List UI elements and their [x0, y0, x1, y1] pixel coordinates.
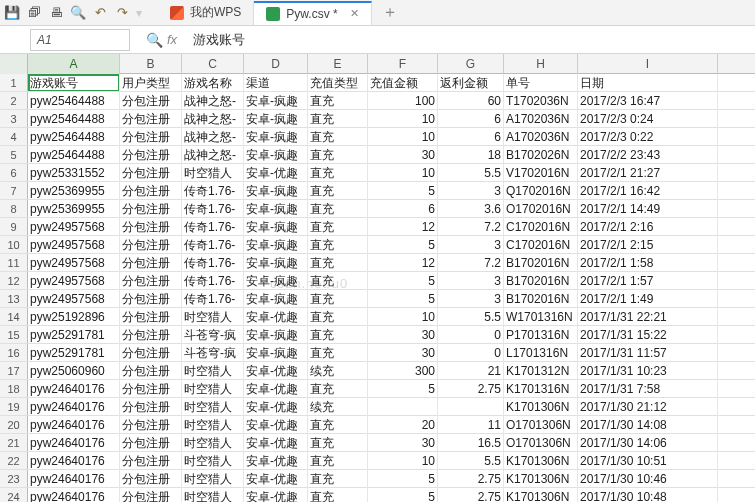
- row-header[interactable]: 10: [0, 236, 28, 253]
- select-all-corner[interactable]: [0, 54, 28, 74]
- cell[interactable]: C1702016N: [504, 236, 578, 254]
- cell[interactable]: 传奇1.76-: [182, 218, 244, 236]
- table-row[interactable]: 15pyw25291781分包注册斗苍穹-疯安卓-疯趣直充300P1701316…: [0, 326, 755, 344]
- cell[interactable]: 分包注册: [120, 182, 182, 200]
- cell[interactable]: 20: [368, 416, 438, 434]
- cell[interactable]: 安卓-优趣: [244, 308, 308, 326]
- table-row[interactable]: 2pyw25464488分包注册战神之怒-安卓-疯趣直充10060T170203…: [0, 92, 755, 110]
- cell[interactable]: pyw24957568: [28, 236, 120, 254]
- row-header[interactable]: 19: [0, 398, 28, 415]
- cell[interactable]: 直充: [308, 254, 368, 272]
- cell[interactable]: 分包注册: [120, 344, 182, 362]
- table-row[interactable]: 23pyw24640176分包注册时空猎人安卓-优趣直充52.75K170130…: [0, 470, 755, 488]
- cell[interactable]: 充值类型: [308, 74, 368, 92]
- cell[interactable]: 2017/1/30 10:51: [578, 452, 718, 470]
- cell[interactable]: 安卓-疯趣: [244, 236, 308, 254]
- table-row[interactable]: 18pyw24640176分包注册时空猎人安卓-优趣直充52.75K170131…: [0, 380, 755, 398]
- cell[interactable]: pyw25464488: [28, 128, 120, 146]
- cell[interactable]: 直充: [308, 290, 368, 308]
- cell[interactable]: 2017/1/31 22:21: [578, 308, 718, 326]
- row-header[interactable]: 12: [0, 272, 28, 289]
- cell[interactable]: 安卓-疯趣: [244, 128, 308, 146]
- cell[interactable]: 直充: [308, 182, 368, 200]
- cell[interactable]: 分包注册: [120, 434, 182, 452]
- cell[interactable]: 2017/2/1 2:15: [578, 236, 718, 254]
- cell[interactable]: B1702026N: [504, 146, 578, 164]
- cell[interactable]: 10: [368, 110, 438, 128]
- cell[interactable]: 分包注册: [120, 200, 182, 218]
- cell[interactable]: 传奇1.76-: [182, 200, 244, 218]
- cell[interactable]: 安卓-优趣: [244, 416, 308, 434]
- table-row[interactable]: 8pyw25369955分包注册传奇1.76-安卓-疯趣直充63.6O17020…: [0, 200, 755, 218]
- col-header-F[interactable]: F: [368, 54, 438, 74]
- cell[interactable]: 7.2: [438, 254, 504, 272]
- cell[interactable]: 时空猎人: [182, 362, 244, 380]
- table-row[interactable]: 21pyw24640176分包注册时空猎人安卓-优趣直充3016.5O17013…: [0, 434, 755, 452]
- cell[interactable]: Q1702016N: [504, 182, 578, 200]
- row-header[interactable]: 11: [0, 254, 28, 271]
- cell[interactable]: pyw24957568: [28, 290, 120, 308]
- row-header[interactable]: 17: [0, 362, 28, 379]
- cell[interactable]: 战神之怒-: [182, 110, 244, 128]
- cell[interactable]: 2.75: [438, 470, 504, 488]
- cell[interactable]: pyw25369955: [28, 200, 120, 218]
- cell[interactable]: 2017/2/1 2:16: [578, 218, 718, 236]
- cell[interactable]: L1701316N: [504, 344, 578, 362]
- cell[interactable]: 续充: [308, 398, 368, 416]
- table-row[interactable]: 22pyw24640176分包注册时空猎人安卓-优趣直充105.5K170130…: [0, 452, 755, 470]
- cell[interactable]: 5.5: [438, 164, 504, 182]
- cell[interactable]: 安卓-优趣: [244, 452, 308, 470]
- cell[interactable]: C1702016N: [504, 218, 578, 236]
- cell[interactable]: A1702036N: [504, 128, 578, 146]
- cell[interactable]: 传奇1.76-: [182, 272, 244, 290]
- cell[interactable]: 时空猎人: [182, 434, 244, 452]
- cell[interactable]: 5: [368, 236, 438, 254]
- table-row[interactable]: 24pyw24640176分包注册时空猎人安卓-优趣直充52.75K170130…: [0, 488, 755, 502]
- cell[interactable]: 16.5: [438, 434, 504, 452]
- row-header[interactable]: 9: [0, 218, 28, 235]
- cell[interactable]: 时空猎人: [182, 488, 244, 502]
- table-row[interactable]: 11pyw24957568分包注册传奇1.76-安卓-疯趣直充127.2B170…: [0, 254, 755, 272]
- cell[interactable]: O1702016N: [504, 200, 578, 218]
- cell[interactable]: 直充: [308, 128, 368, 146]
- table-row[interactable]: 4pyw25464488分包注册战神之怒-安卓-疯趣直充106A1702036N…: [0, 128, 755, 146]
- row-header[interactable]: 20: [0, 416, 28, 433]
- col-header-D[interactable]: D: [244, 54, 308, 74]
- cell[interactable]: 安卓-疯趣: [244, 218, 308, 236]
- cell[interactable]: 分包注册: [120, 290, 182, 308]
- cell[interactable]: O1701306N: [504, 434, 578, 452]
- cell[interactable]: 安卓-优趣: [244, 398, 308, 416]
- cell[interactable]: [438, 398, 504, 416]
- cell[interactable]: 5: [368, 290, 438, 308]
- cell[interactable]: 7.2: [438, 218, 504, 236]
- cell[interactable]: pyw25291781: [28, 326, 120, 344]
- tab-file[interactable]: Pyw.csv * ✕: [254, 1, 371, 25]
- cell[interactable]: pyw24640176: [28, 416, 120, 434]
- cell[interactable]: 安卓-疯趣: [244, 290, 308, 308]
- cell[interactable]: 分包注册: [120, 452, 182, 470]
- cell[interactable]: 18: [438, 146, 504, 164]
- folder-icon[interactable]: 🗊: [26, 5, 42, 21]
- cell[interactable]: 传奇1.76-: [182, 290, 244, 308]
- row-header[interactable]: 6: [0, 164, 28, 181]
- cell[interactable]: 充值金额: [368, 74, 438, 92]
- cell[interactable]: 3.6: [438, 200, 504, 218]
- cell[interactable]: 30: [368, 326, 438, 344]
- cell[interactable]: 5: [368, 182, 438, 200]
- cell[interactable]: 渠道: [244, 74, 308, 92]
- cell[interactable]: 分包注册: [120, 236, 182, 254]
- cell[interactable]: 安卓-疯趣: [244, 146, 308, 164]
- cell[interactable]: pyw24640176: [28, 488, 120, 502]
- cell[interactable]: pyw24957568: [28, 254, 120, 272]
- cell[interactable]: 战神之怒-: [182, 146, 244, 164]
- cell[interactable]: K1701306N: [504, 470, 578, 488]
- cell[interactable]: 2017/1/31 7:58: [578, 380, 718, 398]
- cell[interactable]: pyw25060960: [28, 362, 120, 380]
- cell[interactable]: 分包注册: [120, 488, 182, 502]
- table-row[interactable]: 13pyw24957568分包注册传奇1.76-安卓-疯趣直充53B170201…: [0, 290, 755, 308]
- cell[interactable]: K1701312N: [504, 362, 578, 380]
- cell[interactable]: 直充: [308, 452, 368, 470]
- table-row[interactable]: 19pyw24640176分包注册时空猎人安卓-优趣续充K1701306N201…: [0, 398, 755, 416]
- cell[interactable]: 3: [438, 182, 504, 200]
- cell[interactable]: 直充: [308, 110, 368, 128]
